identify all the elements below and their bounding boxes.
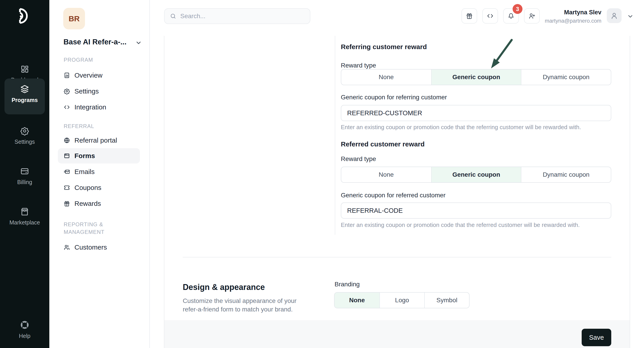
partnero-logo-icon — [18, 8, 29, 24]
gear-icon — [0, 126, 49, 136]
sidebar-item-billing[interactable]: Billing — [0, 167, 49, 186]
sidebar-item-program-settings[interactable]: Settings — [64, 86, 99, 97]
sidebar-item-programs[interactable]: Programs — [4, 78, 45, 114]
program-initials: BR — [68, 14, 80, 23]
save-button[interactable]: Save — [582, 329, 611, 346]
program-sidebar: BR Base AI Refer-a-... PROGRAM Overview … — [49, 0, 150, 348]
branding-label: Branding — [334, 281, 360, 288]
chevron-down-icon[interactable] — [627, 13, 634, 20]
referred-reward-type-control: None Generic coupon Dynamic coupon — [341, 166, 611, 183]
rewards-topbar-button[interactable] — [462, 8, 477, 24]
sidebar-item-label: Billing — [0, 179, 49, 186]
referring-coupon-input[interactable] — [341, 105, 611, 121]
search-input[interactable] — [180, 12, 293, 20]
sidebar-item-help[interactable]: Help — [0, 320, 49, 339]
search-icon — [170, 13, 176, 19]
gear-icon — [64, 88, 70, 94]
credit-card-icon — [0, 167, 49, 176]
user-info[interactable]: Martyna Slev martyna@partnero.com — [545, 9, 602, 24]
sidebar-item-label: Overview — [74, 72, 102, 79]
section-label-referral: REFERRAL — [64, 123, 94, 130]
dashboard-icon — [0, 64, 49, 74]
referring-reward-type-control: None Generic coupon Dynamic coupon — [341, 69, 611, 85]
sidebar-item-settings[interactable]: Settings — [0, 126, 49, 145]
app-window: Dashboard Programs Settings — [0, 0, 644, 348]
referred-helper-text: Enter an existing coupon or promotion co… — [341, 222, 580, 228]
gift-icon — [64, 200, 70, 207]
sidebar-item-label: Integration — [74, 103, 106, 111]
sidebar-item-label: Settings — [0, 138, 49, 145]
form-window-icon — [64, 153, 70, 159]
option-none[interactable]: None — [334, 292, 380, 308]
invite-user-button[interactable] — [524, 8, 540, 24]
form-footer — [164, 320, 630, 348]
sidebar-item-label: Marketplace — [0, 219, 49, 226]
reward-type-label: Reward type — [341, 62, 376, 69]
user-avatar[interactable] — [607, 8, 622, 23]
layers-icon — [4, 84, 45, 94]
sidebar-item-rewards[interactable]: Rewards — [64, 198, 101, 209]
bell-icon — [508, 12, 514, 19]
section-label-reporting: REPORTING & MANAGEMENT — [64, 221, 111, 236]
option-logo[interactable]: Logo — [380, 292, 424, 308]
sidebar-item-label: Forms — [74, 152, 95, 160]
sidebar-item-label: Help — [0, 333, 49, 339]
sidebar-item-emails[interactable]: Emails — [64, 166, 95, 177]
annotation-arrow-icon — [482, 35, 520, 73]
globe-icon — [64, 137, 70, 144]
user-name: Martyna Slev — [545, 9, 602, 16]
section-label-program: PROGRAM — [64, 57, 93, 63]
user-plus-icon — [528, 12, 535, 19]
panel-right-border — [630, 36, 630, 348]
program-avatar: BR — [63, 8, 85, 29]
sidebar-item-label: Coupons — [74, 184, 101, 192]
notification-badge: 3 — [512, 4, 522, 14]
ticket-icon — [64, 184, 70, 191]
sidebar-item-integration[interactable]: Integration — [64, 102, 106, 112]
design-section-title: Design & appearance — [183, 282, 265, 292]
referring-coupon-label: Generic coupon for referring customer — [341, 94, 447, 101]
code-icon — [64, 104, 70, 110]
section-divider — [183, 257, 611, 258]
sidebar-item-label: Programs — [4, 97, 45, 103]
option-none[interactable]: None — [341, 70, 431, 85]
sidebar-item-label: Emails — [74, 168, 95, 176]
overview-icon — [64, 72, 70, 78]
life-buoy-icon — [0, 320, 49, 330]
option-symbol[interactable]: Symbol — [424, 292, 469, 308]
referred-reward-title: Referred customer reward — [341, 140, 424, 148]
sidebar-item-referral-portal[interactable]: Referral portal — [64, 135, 117, 146]
panel-left-border — [164, 36, 164, 348]
chevron-down-icon[interactable] — [135, 40, 142, 46]
option-generic-coupon[interactable]: Generic coupon — [431, 167, 521, 182]
option-none[interactable]: None — [341, 167, 431, 182]
developer-code-button[interactable] — [482, 8, 498, 24]
referred-coupon-input[interactable] — [341, 202, 611, 218]
reward-type-label: Reward type — [341, 156, 376, 162]
search-input-wrapper — [164, 8, 310, 24]
branding-control: None Logo Symbol — [334, 292, 470, 308]
option-dynamic-coupon[interactable]: Dynamic coupon — [521, 167, 611, 182]
referring-helper-text: Enter an existing coupon or promotion co… — [341, 124, 581, 131]
mail-send-icon — [64, 168, 70, 175]
sidebar-item-coupons[interactable]: Coupons — [64, 182, 101, 193]
sidebar-item-label: Customers — [74, 244, 107, 251]
program-switcher[interactable]: Base AI Refer-a-... — [64, 38, 126, 46]
users-icon — [64, 244, 70, 250]
referring-reward-title: Referring customer reward — [341, 43, 427, 51]
store-icon — [0, 207, 49, 216]
sidebar-item-label: Rewards — [74, 200, 101, 208]
person-icon — [610, 12, 618, 20]
referred-coupon-label: Generic coupon for referred customer — [341, 192, 446, 199]
gift-icon — [466, 12, 473, 19]
sidebar-item-marketplace[interactable]: Marketplace — [0, 207, 49, 226]
sidebar-item-label: Settings — [74, 88, 99, 95]
sidebar-item-customers[interactable]: Customers — [64, 242, 107, 253]
section-column-divider — [335, 36, 335, 235]
sidebar-item-forms[interactable]: Forms — [64, 150, 95, 161]
design-section-description: Customize the visual appearance of your … — [183, 297, 313, 314]
user-email: martyna@partnero.com — [545, 18, 602, 24]
sidebar-item-overview[interactable]: Overview — [64, 70, 102, 81]
option-dynamic-coupon[interactable]: Dynamic coupon — [521, 70, 611, 85]
sidebar-item-label: Referral portal — [74, 136, 117, 144]
